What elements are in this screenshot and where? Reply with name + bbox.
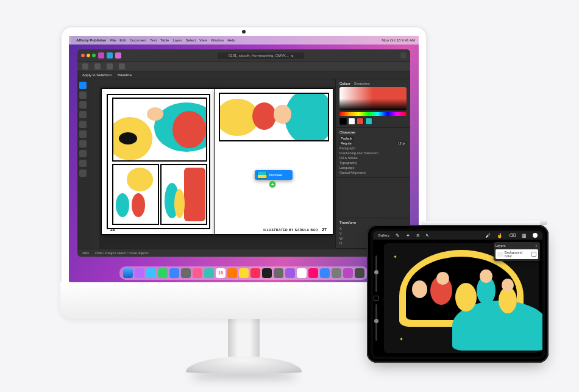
minimize-button[interactable] — [87, 54, 90, 57]
toolbar-move-icon[interactable] — [82, 63, 88, 69]
close-button[interactable] — [81, 54, 85, 57]
dock-messages[interactable] — [158, 268, 168, 278]
layers-icon[interactable]: ▦ — [522, 233, 527, 238]
drag-thumbnail-image — [257, 171, 267, 179]
modify-button[interactable] — [374, 296, 378, 301]
tool-text[interactable] — [79, 91, 87, 99]
menu-help[interactable]: Help — [227, 38, 235, 42]
ruler-horizontal — [99, 79, 335, 87]
artwork-left — [107, 94, 210, 229]
layer-row[interactable]: Background color — [496, 249, 538, 259]
section-typography[interactable]: Typography — [339, 161, 357, 165]
font-size-input[interactable]: 12 pt — [397, 141, 407, 145]
fullscreen-button[interactable] — [92, 54, 96, 57]
menu-window[interactable]: Window — [211, 38, 224, 42]
dock-facetime[interactable] — [204, 268, 214, 278]
menu-view[interactable]: View — [199, 38, 207, 42]
colour-picker[interactable] — [339, 87, 407, 110]
persona-designer-icon[interactable] — [107, 52, 113, 59]
dock-app[interactable] — [308, 268, 318, 278]
adjust-icon[interactable]: ✦ — [406, 233, 410, 238]
tool-crop[interactable] — [79, 140, 87, 148]
section-optical-align[interactable]: Optical Alignment — [339, 171, 366, 174]
dock-trash[interactable] — [355, 268, 364, 278]
tool-shape[interactable] — [79, 121, 87, 128]
document-tab[interactable]: 0101_sbooth_Homecoming_CMYK... ▾ — [218, 52, 304, 59]
menu-file[interactable]: File — [110, 38, 116, 42]
dock-news[interactable] — [297, 268, 307, 278]
dock-mail[interactable] — [169, 268, 179, 278]
menu-layer[interactable]: Layer — [172, 38, 182, 42]
universal-control-drag-item[interactable]: Procreate — [255, 170, 293, 180]
swatch[interactable] — [365, 118, 372, 125]
eraser-tool-icon[interactable]: ⌫ — [509, 233, 516, 238]
dock-safari[interactable] — [146, 268, 156, 278]
tool-move[interactable] — [79, 82, 87, 89]
font-family-input[interactable]: Padauk — [339, 137, 353, 140]
menu-table[interactable]: Table — [160, 38, 169, 42]
brush-tool-icon[interactable]: 🖌 — [486, 233, 491, 238]
dock-maps[interactable] — [181, 268, 191, 278]
canvas[interactable]: 26 27 — [99, 87, 335, 249]
dock-photos[interactable] — [193, 268, 202, 278]
swatch[interactable] — [357, 118, 364, 125]
tool-frame[interactable] — [79, 101, 87, 109]
tool-hand[interactable] — [79, 160, 87, 167]
add-layer-icon[interactable]: ＋ — [535, 244, 538, 248]
dock-appstore[interactable] — [274, 268, 283, 278]
spread-page-left[interactable]: 26 — [102, 89, 215, 234]
hue-slider[interactable] — [339, 112, 407, 116]
tool-zoom[interactable] — [79, 169, 87, 177]
swatch[interactable] — [339, 118, 347, 125]
font-style-input[interactable]: Regular — [339, 141, 353, 145]
opacity-slider[interactable] — [375, 304, 377, 341]
menu-select[interactable]: Select — [185, 38, 196, 42]
select-icon[interactable]: S — [416, 233, 419, 238]
toolbar-node-icon[interactable] — [94, 63, 101, 69]
section-language[interactable]: Language — [339, 166, 354, 169]
dock-affinity-publisher[interactable] — [343, 268, 353, 278]
dock-calendar[interactable]: 18 — [216, 268, 226, 278]
brush-icon[interactable]: ✎ — [396, 233, 400, 238]
cursor-icon[interactable]: ↖ — [425, 233, 430, 238]
procreate-gallery-button[interactable]: Gallery — [378, 233, 389, 237]
persona-publisher-icon[interactable] — [98, 52, 104, 59]
section-paragraph[interactable]: Paragraph — [339, 146, 355, 150]
brush-size-slider[interactable] — [375, 255, 377, 292]
macos-menubar: Affinity Publisher File Edit Document Te… — [69, 36, 419, 45]
ruler-vertical — [92, 79, 99, 249]
menu-document[interactable]: Document — [130, 38, 146, 42]
tool-vector[interactable] — [79, 150, 87, 157]
procreate-canvas[interactable]: ✦ ✦ ✦ Layers ＋ Background color — [380, 240, 542, 357]
layer-visibility-checkbox[interactable] — [531, 252, 536, 257]
swatch[interactable] — [348, 118, 355, 125]
status-zoom[interactable]: 26% — [82, 251, 89, 255]
menu-edit[interactable]: Edit — [119, 38, 126, 42]
export-icon[interactable] — [400, 52, 407, 59]
section-fill-stroke[interactable]: Fill & Stroke — [339, 156, 358, 160]
tab-colour[interactable]: Colour — [339, 82, 350, 85]
dock-notes[interactable] — [239, 268, 249, 278]
dock-app[interactable] — [227, 268, 237, 278]
dock-music[interactable] — [250, 268, 260, 278]
transform-panel-title: Transform — [339, 221, 356, 224]
toolbar-align-icon[interactable] — [119, 63, 125, 69]
menubar-app-name[interactable]: Affinity Publisher — [76, 38, 107, 42]
smudge-tool-icon[interactable]: ☝ — [497, 233, 503, 238]
persona-photo-icon[interactable] — [115, 52, 121, 59]
dock-app[interactable] — [135, 268, 144, 278]
tool-fill[interactable] — [79, 130, 87, 138]
dock-podcasts[interactable] — [285, 268, 295, 278]
dock-app[interactable] — [320, 268, 330, 278]
tool-pen[interactable] — [79, 111, 87, 118]
dock-settings[interactable] — [332, 268, 341, 278]
tab-swatches[interactable]: Swatches — [354, 82, 370, 85]
layers-panel[interactable]: Layers ＋ Background color — [494, 242, 540, 261]
toolbar-zoom-icon[interactable] — [107, 63, 113, 69]
dock-finder[interactable] — [123, 268, 133, 278]
menu-text[interactable]: Text — [150, 38, 157, 42]
section-positioning[interactable]: Positioning and Transform — [339, 151, 378, 155]
color-swatch-icon[interactable] — [533, 233, 538, 238]
dock-tv[interactable] — [262, 268, 272, 278]
spread-page-right[interactable]: 27 ILLUSTRATED BY SARULA BAO Procreate + — [215, 89, 333, 234]
